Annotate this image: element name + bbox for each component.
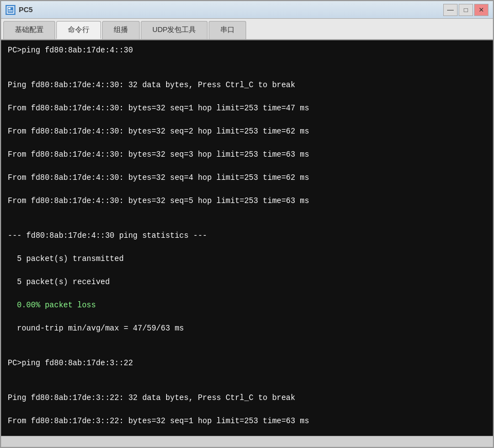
- svg-rect-1: [8, 8, 10, 9]
- content-area: PC>ping fd80:8ab:17de:4::30 Ping fd80:8a…: [1, 40, 493, 436]
- close-button[interactable]: ✕: [474, 4, 488, 16]
- svg-rect-0: [7, 7, 14, 13]
- svg-rect-2: [8, 10, 13, 12]
- status-bar: [1, 436, 493, 447]
- title-bar: PC5 — □ ✕: [1, 1, 493, 19]
- maximize-button[interactable]: □: [459, 4, 473, 16]
- terminal[interactable]: PC>ping fd80:8ab:17de:4::30 Ping fd80:8a…: [1, 40, 493, 436]
- tab-bar: 基础配置 命令行 组播 UDP发包工具 串口: [1, 19, 493, 40]
- window-title: PC5: [19, 6, 443, 14]
- window-icon: [6, 5, 15, 15]
- minimize-button[interactable]: —: [443, 4, 458, 16]
- tab-multicast[interactable]: 组播: [102, 21, 140, 39]
- main-window: PC5 — □ ✕ 基础配置 命令行 组播 UDP发包工具 串口 PC>ping…: [0, 0, 494, 448]
- tab-basic-config[interactable]: 基础配置: [3, 21, 55, 39]
- tab-serial[interactable]: 串口: [209, 21, 246, 39]
- tab-command-line[interactable]: 命令行: [56, 21, 101, 39]
- tab-udp-tool[interactable]: UDP发包工具: [141, 21, 208, 39]
- window-controls: — □ ✕: [443, 4, 488, 16]
